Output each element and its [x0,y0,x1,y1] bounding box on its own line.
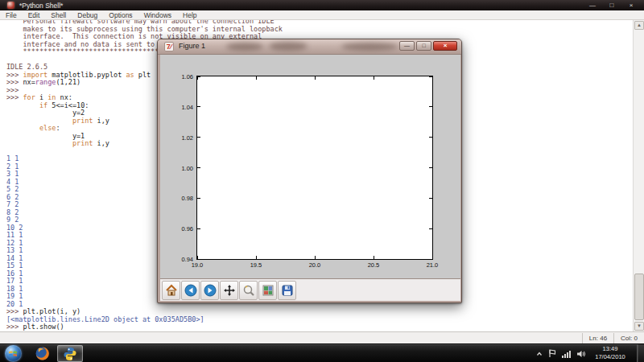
x-tick-label: 20.5 [368,261,380,269]
menu-debug[interactable]: Debug [72,10,103,20]
idle-scrollbar[interactable]: ▲ ▼ [633,20,644,331]
titlebar-smudge [226,43,263,51]
tick-mark [429,137,432,138]
figure-canvas[interactable]: 1.061.041.021.000.980.960.9419.019.520.0… [160,55,460,278]
tick-mark [432,256,433,259]
pan-icon [223,284,236,297]
menu-file[interactable]: File [0,10,23,20]
forward-arrow-icon [204,284,217,297]
status-col-number: Col: 0 [613,333,644,343]
y-tick-label: 1.02 [181,134,193,141]
tick-mark [197,259,200,260]
titlebar-smudge [269,42,308,51]
toolbar-zoom-button[interactable] [239,281,258,300]
y-tick-label: 1.04 [181,103,193,110]
figure-window-title: Figure 1 [179,42,205,50]
tick-mark [197,256,198,259]
menu-help[interactable]: Help [177,10,202,20]
scrollbar-thumb[interactable] [634,274,644,320]
start-button[interactable] [5,345,22,362]
action-center-flag-icon[interactable] [548,349,556,358]
show-desktop-button[interactable] [637,344,644,362]
menu-options[interactable]: Options [103,10,138,20]
maximize-button[interactable]: □ [605,1,618,10]
y-tick-label: 0.98 [181,195,193,202]
idle-window-title: *Python Shell* [19,2,63,10]
toolbar-subplots-button[interactable] [258,281,277,300]
taskbar-firefox-button[interactable] [29,345,55,362]
clock-time: 13:49 [589,345,631,353]
toolbar-forward-button[interactable] [200,281,219,300]
zoom-to-rect-icon [242,284,255,297]
taskbar: 13:49 17/04/2010 [0,343,644,362]
figure-close-button[interactable]: × [433,41,457,51]
tick-mark [256,256,257,259]
menu-shell[interactable]: Shell [45,10,72,20]
tick-mark [197,106,200,107]
tick-mark [315,256,316,259]
status-line-number: Ln: 46 [582,333,613,343]
y-tick-label: 1.06 [181,73,193,80]
windows-flag-icon [9,350,17,357]
axes: 1.061.041.021.000.980.960.9419.019.520.0… [196,76,433,260]
desktop: *Python Shell* — □ × FileEditShellDebugO… [0,0,644,362]
clock-date: 17/04/2010 [589,353,631,360]
tick-mark [374,256,374,259]
tick-mark [197,198,200,199]
volume-icon[interactable] [577,350,586,358]
y-tick-label: 0.96 [181,225,193,232]
tick-mark [256,76,257,80]
firefox-icon [35,346,50,361]
tick-mark [197,167,200,168]
toolbar-back-button[interactable] [181,281,200,300]
figure-minimize-button[interactable]: — [399,41,415,51]
network-signal-icon[interactable] [562,350,572,358]
menu-edit[interactable]: Edit [23,10,46,20]
matplotlib-icon: 7∕ [164,42,174,51]
tick-mark [429,228,432,229]
idle-app-icon [7,2,14,9]
figure-maximize-button[interactable]: □ [416,41,431,51]
titlebar-smudge [341,43,398,51]
tick-mark [197,76,200,77]
tick-mark [197,137,200,138]
x-tick-label: 19.0 [192,261,204,269]
console-line: >>> plt.show() [6,323,283,331]
tick-mark [429,167,432,168]
scrollbar-down-arrow-icon[interactable]: ▼ [634,322,644,331]
menu-windows[interactable]: Windows [138,10,177,20]
tick-mark [197,76,198,80]
tick-mark [374,76,374,80]
idle-menubar: FileEditShellDebugOptionsWindowsHelp [0,10,644,20]
x-tick-label: 20.0 [309,261,321,269]
back-arrow-icon [184,284,197,297]
toolbar-save-button[interactable] [278,281,296,300]
figure-titlebar[interactable]: 7∕ Figure 1 — □ × [158,39,461,55]
tick-mark [197,228,200,229]
toolbar-pan-button[interactable] [220,281,238,300]
system-tray [536,344,586,362]
configure-subplots-icon [262,284,275,297]
save-icon [281,284,294,297]
toolbar-home-button[interactable] [162,281,180,300]
taskbar-clock[interactable]: 13:49 17/04/2010 [589,345,631,360]
figure-window: 7∕ Figure 1 — □ × 1.061.041.021.000.980.… [157,39,462,303]
x-tick-label: 19.5 [250,261,262,269]
home-icon [165,284,178,297]
scrollbar-up-arrow-icon[interactable]: ▲ [634,21,644,30]
tick-mark [429,106,432,107]
figure-toolbar [160,278,460,301]
hidden-icons-arrow-icon[interactable] [536,351,543,357]
tick-mark [432,76,433,80]
taskbar-python-idle-button[interactable] [57,345,83,362]
python-icon [63,347,77,361]
idle-statusbar: Ln: 46 Col: 0 [0,331,644,343]
tick-mark [429,198,432,199]
y-tick-label: 1.00 [181,164,193,171]
tick-mark [315,76,316,80]
minimize-button[interactable]: — [586,1,599,10]
close-button[interactable]: × [625,1,638,10]
x-tick-label: 21.0 [427,261,439,269]
idle-titlebar[interactable]: *Python Shell* — □ × [0,0,644,10]
